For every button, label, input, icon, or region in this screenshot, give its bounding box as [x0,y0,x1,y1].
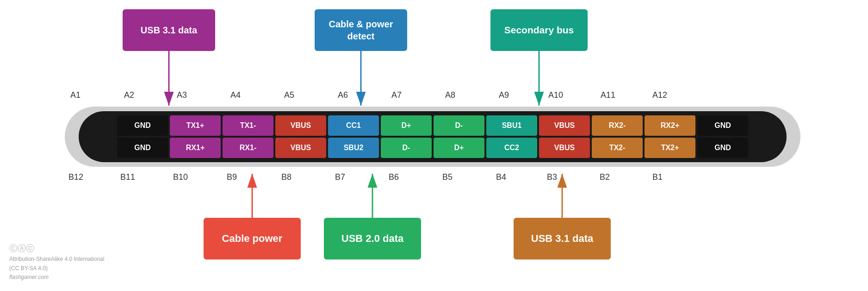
pin-b2: TX2+ [645,138,695,158]
cc-line2: (CC BY-SA 4.0) [9,264,104,273]
diagram-container: USB 3.1 data [0,0,868,291]
pin-label-b11: B11 [120,172,135,182]
pin-label-b3: B3 [547,172,557,182]
connector-inner: GND TX1+ TX1- VBUS CC1 D+ D- SBU1 VBUS R… [79,111,787,162]
pin-a12: GND [697,115,748,136]
pin-label-b12: B12 [68,172,83,182]
connector-outer: GND TX1+ TX1- VBUS CC1 D+ D- SBU1 VBUS R… [65,107,800,167]
top-pin-row: GND TX1+ TX1- VBUS CC1 D+ D- SBU1 VBUS R… [117,115,748,136]
pin-label-a3: A3 [177,90,187,100]
pin-label-b6: B6 [389,172,399,182]
pin-label-a8: A8 [445,90,455,100]
pin-label-a4: A4 [230,90,241,100]
pin-b9: VBUS [275,138,326,158]
pin-label-b4: B4 [496,172,506,182]
usb20-data-box: USB 2.0 data [324,218,421,259]
cable-power-detect-box: Cable & power detect [315,9,407,51]
pin-a3: TX1- [223,115,273,136]
pin-b6: D+ [434,138,484,158]
pin-b3: TX2- [592,138,643,158]
pin-label-a10: A10 [548,90,563,100]
pin-label-b2: B2 [600,172,610,182]
pin-a4: VBUS [275,115,326,136]
pin-label-a2: A2 [124,90,134,100]
pin-a10: RX2- [592,115,643,136]
cc-license: ⒸⒶⓒ Attribution-ShareAlike 4.0 Internati… [9,242,104,282]
cable-power-box: Cable power [204,218,301,259]
pin-b11: RX1+ [170,138,221,158]
pin-a8: SBU1 [486,115,537,136]
pin-label-b7: B7 [335,172,345,182]
pin-a5: CC1 [328,115,379,136]
pin-label-a1: A1 [70,90,81,100]
pin-a1: GND [117,115,168,136]
pin-label-a6: A6 [338,90,348,100]
usb31-top-box: USB 3.1 data [123,9,215,51]
pin-a2: TX1+ [170,115,221,136]
pin-a9: VBUS [539,115,590,136]
pin-a11: RX2+ [645,115,695,136]
secondary-bus-box: Secondary bus [490,9,588,51]
cc-icons: ⒸⒶⓒ [9,242,104,255]
pin-a7: D- [434,115,484,136]
pin-label-a9: A9 [499,90,509,100]
pin-label-b9: B9 [227,172,237,182]
pin-label-a7: A7 [391,90,402,100]
pin-b1: GND [697,138,748,158]
pin-b5: CC2 [486,138,537,158]
cc-line3: flashgamer.com [9,273,104,282]
pin-b4: VBUS [539,138,590,158]
pin-label-b10: B10 [173,172,188,182]
pin-a6: D+ [381,115,432,136]
usb31-bottom-box: USB 3.1 data [514,218,611,259]
pin-b8: SBU2 [328,138,379,158]
pin-b10: RX1- [223,138,273,158]
pin-label-a5: A5 [284,90,294,100]
pin-label-b5: B5 [442,172,453,182]
pin-label-a11: A11 [601,90,615,100]
bottom-pin-row: GND RX1+ RX1- VBUS SBU2 D- D+ CC2 VBUS T… [117,138,748,158]
pin-label-a12: A12 [652,90,667,100]
pin-label-b8: B8 [281,172,291,182]
pin-label-b1: B1 [652,172,663,182]
pin-b12: GND [117,138,168,158]
pin-b7: D- [381,138,432,158]
cc-line1: Attribution-ShareAlike 4.0 International [9,255,104,264]
